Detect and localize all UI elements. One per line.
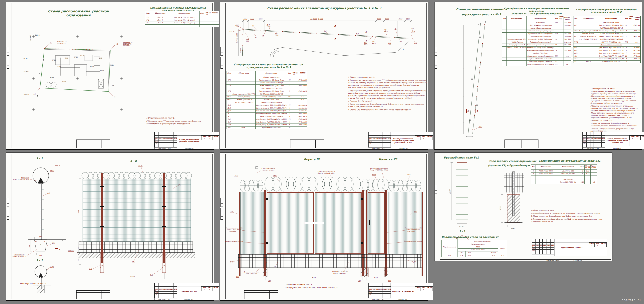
steel-cell: 6,92	[465, 254, 473, 257]
spec-cell	[292, 121, 298, 124]
title-block-cell	[372, 294, 376, 295]
element-label: Св2	[358, 280, 360, 282]
title-block-cell	[586, 142, 590, 144]
spec-cell	[558, 32, 564, 36]
spec-cell: ⌀12 А400, L=1950	[556, 173, 580, 176]
title-block-cell: Разрезы 1-1, 2-2СтадияЛистЛистовР5	[177, 283, 219, 300]
title-block-cell: Изм.	[368, 288, 372, 290]
title-block-cell: Дата	[387, 137, 391, 139]
title-block: Изм.Кол.учЛист№докПодп.ДатаРазработалПро…	[154, 132, 219, 149]
spec-cell: (RAL 5005)	[633, 36, 640, 38]
title-block-cell	[540, 251, 542, 253]
title-block-cell	[590, 142, 593, 144]
spec-cell: см.примеч.3	[633, 49, 640, 52]
spec-cell	[554, 41, 558, 44]
title-block-cell	[379, 139, 383, 141]
approval-grid	[76, 290, 110, 299]
element-label: Крепление панели ОГ:	[405, 227, 422, 229]
spec-cell	[292, 115, 298, 118]
spec-cell: ГОСТ 34028-2016	[536, 173, 556, 176]
spec-title-line: Спецификация к схемам расположения элеме…	[502, 7, 571, 12]
title-block-cell: Разработал	[583, 139, 586, 141]
title-block-cell	[383, 134, 387, 136]
spec-cell	[292, 96, 298, 98]
title-block-cell	[158, 132, 162, 134]
title-block-cell	[597, 136, 602, 137]
spec-cell	[574, 44, 578, 46]
spec-cell	[507, 30, 527, 32]
notes-block: 1 Общие указания см. лист 1. 2 Ограждени…	[348, 76, 426, 112]
strip-plan-drawing: 1 1 Св3	[460, 19, 496, 139]
scale-format-line: Масштаб 1:100 Формат А2	[586, 148, 622, 150]
spec-cell: Самара, Урицкого, 4	[578, 36, 598, 38]
title-block-cell	[162, 290, 165, 292]
spec-cell: п.м.	[564, 63, 571, 66]
title-block-cell	[372, 134, 376, 136]
title-block-cell	[376, 132, 379, 134]
title-block-cell: Подп.	[546, 244, 551, 246]
spec-cell	[558, 21, 564, 24]
powerline-label: 110кВ Эл.	[23, 94, 30, 96]
notes-block: 1 Общие указания см. лист 1. 2 Координат…	[146, 117, 212, 126]
spec-cell: 110	[554, 32, 558, 36]
spec-cell	[558, 60, 564, 63]
side-stamp-box	[435, 57, 437, 69]
title-block-cell	[169, 286, 173, 288]
title-block-cell	[540, 250, 542, 251]
notes-block: 1 Общие указания см. лист 1.	[18, 282, 78, 286]
spec-cell: 236	[554, 21, 558, 24]
dim-label: 1000	[259, 18, 263, 20]
title-block-cell	[158, 139, 162, 141]
title-block-cell	[173, 132, 177, 134]
side-stamp-box	[6, 198, 9, 207]
spec-header-cell: Наименование	[598, 16, 624, 22]
spec-title: Спецификация к схемам расположения элеме…	[502, 7, 571, 15]
spec-cell	[624, 38, 628, 41]
title-block-cell	[546, 242, 551, 244]
title-block-cell	[173, 134, 177, 136]
title-block-cell	[162, 142, 165, 144]
spec-cell	[287, 87, 292, 90]
title-block-cell	[586, 144, 590, 146]
spec-cell: 1	[531, 170, 536, 173]
sheet-title: Схема расположения участков ограждений	[36, 9, 120, 17]
title-block-cell	[165, 146, 169, 148]
spec-cell	[556, 176, 580, 178]
point-coord: 359431,5*	[57, 43, 65, 45]
dim-label: 5000	[312, 276, 316, 278]
spec-cell	[633, 21, 640, 24]
title-block-cell	[169, 295, 173, 297]
title-block-cell	[162, 139, 165, 141]
element-label: ОГ1	[275, 33, 278, 35]
title-block-cell	[532, 241, 536, 243]
spec-cell	[298, 101, 307, 104]
spec-cell	[564, 58, 571, 60]
title-block-cell	[605, 132, 644, 136]
spec-header-cell: Масса ед, кг	[585, 165, 591, 170]
title-block-cell: ГИП	[532, 250, 536, 251]
title-block-cell	[387, 283, 391, 285]
element-count: 2шт.	[372, 42, 376, 44]
title-block-cell	[376, 142, 379, 144]
spec-header-cell: Обозначение	[151, 11, 169, 16]
spec-cell: Бетон В25, F150, W6	[556, 181, 580, 184]
spec-cell	[628, 32, 633, 36]
spec-cell	[232, 76, 256, 79]
title-block-cell	[169, 283, 173, 285]
scale-format-line: Масштаб 1:100 Формат А2	[372, 148, 408, 150]
title-block-cell	[630, 140, 644, 146]
title-block-cell	[158, 285, 162, 286]
element-label: Св2	[268, 280, 271, 282]
spec-cell: 2	[287, 112, 292, 115]
spec-cell: Столб (свая) ОЦ/ПП 60х40х2,0 h=4000	[598, 58, 624, 60]
spec-cell: - гайка самоконтрящаяся, нержавеющ.	[527, 30, 554, 32]
spec-cell	[628, 21, 633, 24]
title-block-cell	[376, 286, 379, 288]
powerline-label: 6кВ Эл.	[23, 58, 28, 60]
title-block-cell	[554, 253, 606, 256]
element-label: Св2	[399, 41, 402, 42]
title-block-cell: Изм.Кол.учЛист№докПодп.ДатаРазработалПро…	[154, 132, 177, 149]
title-block-cell: Разрезы 1-1, 2-2	[177, 286, 201, 297]
title-block-cell	[372, 295, 376, 297]
spec-cell: ОГ2	[226, 84, 232, 87]
